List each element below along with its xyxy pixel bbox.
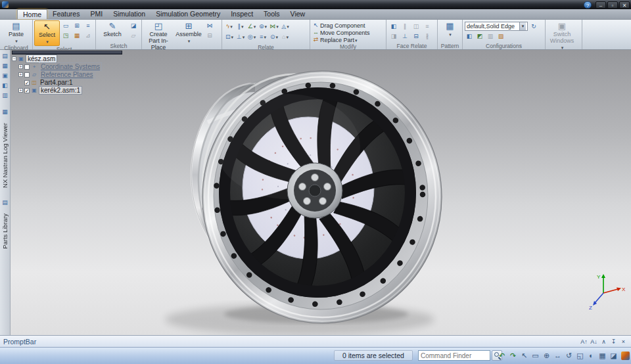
text-smaller-icon[interactable]: A↓ — [589, 338, 599, 345]
display-configuration-icon[interactable]: ◧ — [464, 32, 475, 41]
face-coplanar-icon[interactable]: ◫ — [411, 22, 421, 31]
sidebar-tab-parts-library[interactable]: Parts Library — [1, 214, 9, 249]
visibility-checkbox[interactable] — [24, 80, 30, 85]
select-button[interactable]: ↖ Select — [34, 20, 60, 46]
assemble-button[interactable]: ⊞ Assemble — [174, 20, 204, 45]
tab-view[interactable]: View — [285, 9, 311, 19]
select-all-icon[interactable]: ⊞ — [72, 22, 82, 30]
sensors-tab-icon[interactable]: ◧ — [1, 81, 9, 89]
paste-button[interactable]: ▤ Paste — [1, 20, 31, 45]
select-fence-icon[interactable]: ◳ — [60, 32, 71, 40]
planar-align-icon[interactable]: ∥ — [235, 22, 246, 31]
axial-align-icon[interactable]: ⊥ — [235, 33, 246, 41]
nastran-tab-icon[interactable]: ▦ — [1, 108, 9, 116]
save-configuration-icon[interactable]: ◩ — [475, 32, 485, 41]
zone-icon[interactable]: ▥ — [485, 32, 496, 41]
pattern-button[interactable]: ▦ — [440, 20, 460, 38]
switch-windows-button[interactable]: ▣ Switch Windows — [547, 20, 577, 51]
view-overrides-icon[interactable]: ◪ — [608, 350, 619, 361]
minimize-button[interactable]: – — [596, 1, 606, 9]
maximize-button[interactable]: ▫ — [607, 1, 618, 9]
flash-fit-icon[interactable]: ϟ — [224, 22, 235, 31]
tab-features[interactable]: Features — [47, 9, 85, 19]
library-tab-icon[interactable]: ▦ — [1, 62, 9, 70]
visibility-checkbox[interactable] — [24, 72, 30, 78]
text-larger-icon[interactable]: A↑ — [579, 338, 589, 345]
view-styles-icon[interactable]: ◐ — [586, 350, 597, 361]
scroll-up-icon[interactable]: ∧ — [599, 338, 609, 345]
gear-relation-icon[interactable]: ⋈ — [269, 22, 279, 31]
tab-pmi[interactable]: PMI — [85, 9, 108, 19]
zoom-icon[interactable]: ⊕ — [541, 350, 552, 361]
close-button[interactable]: ✕ — [619, 1, 630, 9]
parallel-icon[interactable]: ≡ — [258, 33, 268, 41]
pin-icon[interactable]: ↧ — [609, 338, 619, 345]
tab-inspect[interactable]: Inspect — [225, 9, 258, 19]
visibility-checkbox[interactable] — [24, 88, 30, 93]
tab-simulation-geometry[interactable]: Simulation Geometry — [151, 9, 225, 19]
connect-icon[interactable]: ⊚ — [258, 22, 268, 31]
tree-row-part4[interactable]: + ◫ Part4.par:1 — [18, 79, 130, 86]
tree-item-label[interactable]: Part4.par:1 — [39, 79, 74, 86]
visibility-checkbox[interactable] — [24, 64, 30, 70]
fit-icon[interactable]: ◱ — [574, 350, 586, 361]
tree-item-label[interactable]: Reference Planes — [39, 70, 95, 79]
rotate-icon[interactable]: ↺ — [563, 350, 574, 361]
expander-icon[interactable]: + — [18, 72, 23, 77]
help-icon[interactable]: ? — [584, 1, 592, 9]
sketch-plane-icon[interactable]: ▱ — [128, 32, 139, 40]
undo-view-icon[interactable]: ↶ — [496, 350, 507, 361]
angle-icon[interactable]: ∠ — [246, 22, 257, 31]
sketch-button[interactable]: ✎ Sketch — [97, 20, 128, 38]
create-part-in-place-button[interactable]: ◰ Create Part In-Place — [143, 20, 174, 51]
tree-row-coordinate-systems[interactable]: + + Coordinate Systems — [18, 63, 130, 70]
select-tool-icon[interactable]: ↖ — [519, 350, 530, 361]
deselect-icon[interactable]: ⊿ — [83, 32, 93, 40]
face-perpendicular-icon[interactable]: ⊥ — [400, 32, 410, 41]
tab-tools[interactable]: Tools — [258, 9, 285, 19]
zoom-area-icon[interactable]: ▭ — [530, 350, 541, 361]
face-mate-icon[interactable]: ◧ — [388, 22, 399, 31]
insert-relation-icon[interactable]: ◎ — [246, 33, 257, 41]
tab-simulation[interactable]: Simulation — [108, 9, 151, 19]
face-equal-icon[interactable]: ≡ — [422, 22, 432, 31]
pan-icon[interactable]: ↔ — [552, 350, 563, 361]
app-icon[interactable] — [2, 1, 9, 8]
common-views-icon[interactable]: ▦ — [597, 350, 608, 361]
move-components-button[interactable]: ↔ Move Components — [312, 29, 370, 36]
drag-component-button[interactable]: ↖ Drag Component — [312, 22, 365, 29]
select-options-icon[interactable]: ≡ — [83, 22, 93, 30]
parts-library-tab-icon[interactable]: ▤ — [1, 198, 9, 206]
config-refresh-icon[interactable]: ↻ — [528, 22, 539, 31]
pathfinder-tab-icon[interactable]: ▤ — [1, 52, 9, 60]
face-align-icon[interactable]: ◨ — [388, 32, 399, 41]
select-rectangle-icon[interactable]: ▭ — [60, 22, 71, 30]
disperse-icon[interactable]: ⊟ — [204, 32, 215, 40]
tab-home[interactable]: Home — [17, 9, 47, 19]
family-tab-icon[interactable]: ▥ — [1, 91, 9, 99]
redo-view-icon[interactable]: ↷ — [507, 350, 519, 361]
mate-icon[interactable]: ⊡ — [224, 33, 235, 41]
tangent-icon[interactable]: ⊙ — [269, 33, 279, 41]
sidebar-tab-nastran-log-viewer[interactable]: NX Nastran Log Viewer — [1, 123, 9, 188]
cam-icon[interactable]: ◬ — [280, 22, 291, 31]
close-promptbar-icon[interactable]: × — [619, 338, 628, 345]
layers-tab-icon[interactable]: ▣ — [1, 72, 9, 80]
tree-item-label[interactable]: kerék2.asm:1 — [39, 86, 82, 95]
sketch-view-icon[interactable]: ◪ — [128, 22, 139, 30]
select-visible-icon[interactable]: ▦ — [72, 32, 82, 40]
expander-icon[interactable]: + — [18, 64, 23, 69]
insert-component-icon[interactable]: ⋈ — [204, 22, 215, 30]
configuration-select[interactable]: default,Solid Edge ▾ — [465, 22, 528, 31]
expander-icon[interactable]: − — [12, 57, 16, 61]
command-finder-input[interactable] — [418, 350, 490, 361]
face-parallel-icon[interactable]: ∥ — [400, 22, 410, 31]
exploded-view-icon[interactable]: ▨ — [496, 32, 506, 41]
tree-row-kerek2[interactable]: + ▣ kerék2.asm:1 — [18, 87, 130, 94]
tree-row-reference-planes[interactable]: + ▱ Reference Planes — [18, 71, 130, 78]
tree-row-root[interactable]: − ▣ kész.asm — [12, 55, 130, 62]
center-plane-icon[interactable]: ⌂ — [280, 33, 291, 41]
face-offset-icon[interactable]: ⊟ — [411, 32, 421, 41]
face-symmetric-icon[interactable]: ∦ — [422, 32, 432, 41]
expander-icon[interactable]: + — [18, 88, 23, 93]
